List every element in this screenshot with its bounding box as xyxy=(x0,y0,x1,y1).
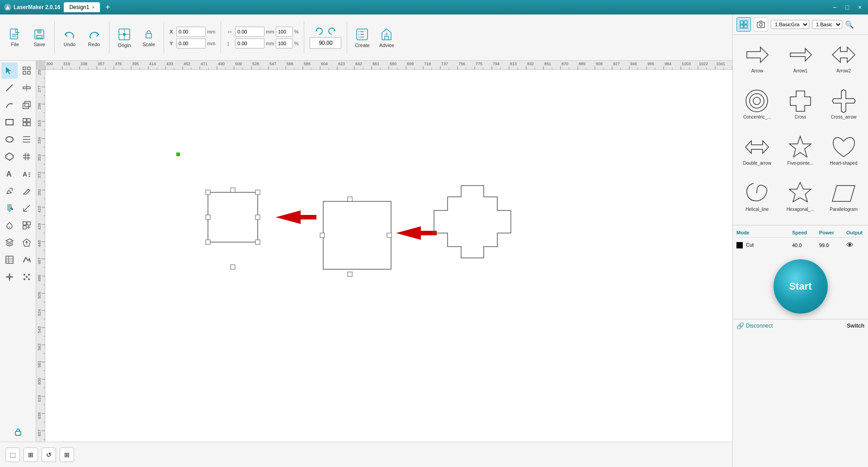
shape-item-cross[interactable]: Cross xyxy=(780,85,821,129)
measure-tool[interactable] xyxy=(19,200,35,216)
shape-item-double-arrow[interactable]: Double_arrow xyxy=(736,131,778,175)
handle2-ml[interactable] xyxy=(320,233,325,238)
status-select-tool[interactable]: ⬚ xyxy=(5,448,20,462)
shape-item-helical[interactable]: Helical_line xyxy=(736,177,778,221)
handle-tr[interactable] xyxy=(255,190,260,195)
handle-mr[interactable] xyxy=(255,215,260,219)
create-button[interactable]: Create xyxy=(351,25,373,50)
svg-rect-56 xyxy=(23,226,26,229)
edit-tool[interactable] xyxy=(19,183,35,199)
switch-button[interactable]: Switch xyxy=(847,323,864,329)
width-input[interactable] xyxy=(235,27,264,37)
undo-button[interactable]: Undo xyxy=(58,26,81,49)
svg-rect-74 xyxy=(744,21,747,24)
height-pct-input[interactable] xyxy=(276,38,293,48)
ellipse-tool[interactable] xyxy=(1,131,18,148)
handle-bl[interactable] xyxy=(206,240,210,244)
minimize-button[interactable]: − xyxy=(830,4,839,11)
status-refresh-tool[interactable]: ↺ xyxy=(42,448,56,462)
text-tool[interactable]: A xyxy=(1,166,18,182)
scatter-tool[interactable] xyxy=(19,269,35,285)
handle-bc[interactable] xyxy=(231,265,235,269)
layer-tool[interactable] xyxy=(1,234,18,251)
polygon-tool[interactable] xyxy=(1,148,18,165)
advice-label: Advice xyxy=(379,43,394,48)
shape-preview-double-arrow xyxy=(744,133,771,161)
drawing-canvas[interactable] xyxy=(45,70,732,442)
path-tool[interactable] xyxy=(19,252,35,268)
handle-tc[interactable] xyxy=(231,188,235,192)
frame-tool[interactable] xyxy=(19,217,35,234)
rotate-ccw-icon[interactable] xyxy=(314,26,324,36)
laser-output-icon[interactable]: 👁 xyxy=(846,241,864,249)
switch-label: Switch xyxy=(847,323,864,329)
panel-dropdown-1[interactable]: 1.BasicGra xyxy=(771,20,809,29)
handle-br[interactable] xyxy=(255,240,260,244)
width-icon: ↔ xyxy=(226,28,234,35)
maximize-button[interactable]: □ xyxy=(843,4,852,11)
new-tab-button[interactable]: + xyxy=(105,3,110,12)
handle2-bc[interactable] xyxy=(348,272,352,276)
rotate-cw-icon[interactable] xyxy=(327,26,337,36)
svg-marker-80 xyxy=(790,48,811,61)
copy-tool[interactable] xyxy=(19,97,35,113)
shape-item-heart[interactable]: Heart-shaped xyxy=(823,131,864,175)
y-input[interactable] xyxy=(176,38,206,48)
separator-3 xyxy=(164,22,164,53)
grid2-tool[interactable] xyxy=(19,148,35,165)
shape-item-five-star[interactable]: Five-pointe... xyxy=(780,131,821,175)
panel-dropdown-2[interactable]: 1.Basic xyxy=(812,20,842,29)
fill-tool[interactable] xyxy=(1,200,18,216)
canvas-content[interactable] xyxy=(45,70,732,442)
shape-item-arrow1[interactable]: Arrow1 xyxy=(780,38,821,83)
rect-tool[interactable] xyxy=(1,114,18,130)
shape-item-arrow2[interactable]: Arrow2 xyxy=(823,38,864,83)
shape-item-arrow[interactable]: Arrow xyxy=(736,38,778,83)
height-input[interactable] xyxy=(235,38,264,48)
table-tool[interactable] xyxy=(1,252,18,268)
handle-tl[interactable] xyxy=(206,190,210,195)
handle2-mr[interactable] xyxy=(387,233,392,238)
svg-rect-35 xyxy=(27,123,30,126)
handle2-tc[interactable] xyxy=(348,197,352,201)
width-pct-input[interactable] xyxy=(276,27,293,37)
grid-tool[interactable] xyxy=(19,114,35,130)
close-button[interactable]: × xyxy=(855,4,864,11)
rotate-input[interactable] xyxy=(310,37,341,49)
panel-camera-icon[interactable] xyxy=(754,17,768,32)
scale-button[interactable]: Scale xyxy=(137,26,160,49)
panel-grid-icon[interactable] xyxy=(736,17,751,32)
panel-search-icon[interactable]: 🔍 xyxy=(845,20,854,29)
start-button[interactable]: Start xyxy=(774,259,828,314)
pen-tool[interactable] xyxy=(1,183,18,199)
color-tool[interactable] xyxy=(1,217,18,234)
advice-button[interactable]: Advice xyxy=(375,25,398,50)
redo-button[interactable]: Redo xyxy=(83,26,105,49)
node-tool[interactable] xyxy=(19,62,35,79)
save-button[interactable]: Save xyxy=(28,26,51,49)
tab-close-icon[interactable]: × xyxy=(92,5,94,10)
x-input[interactable] xyxy=(176,27,206,37)
line-tool[interactable] xyxy=(1,80,18,96)
canvas-area[interactable] xyxy=(36,61,732,442)
svg-rect-1 xyxy=(10,29,18,39)
select-tool[interactable] xyxy=(1,62,18,79)
origin-button[interactable]: Origin xyxy=(113,25,136,50)
align-tool[interactable] xyxy=(19,80,35,96)
shape-item-parallelogram[interactable]: Parallelogram xyxy=(823,177,864,221)
active-tab[interactable]: Design1 × xyxy=(64,2,100,12)
shape-item-hex-star[interactable]: Hexagonal_... xyxy=(780,177,821,221)
file-button[interactable]: File xyxy=(4,26,26,49)
disconnect-button[interactable]: 🔗 Disconnect xyxy=(736,322,773,329)
handle-ml[interactable] xyxy=(206,215,210,219)
sparkle-tool[interactable] xyxy=(1,269,18,285)
shape-item-concentric[interactable]: Concentric_... xyxy=(736,85,778,129)
lock-icon[interactable] xyxy=(10,424,26,440)
status-table-tool[interactable]: ⊞ xyxy=(60,448,74,462)
place-tool[interactable] xyxy=(19,234,35,251)
status-grid-tool[interactable]: ⊞ xyxy=(24,448,38,462)
curve-tool[interactable] xyxy=(1,97,18,113)
distribute-tool[interactable] xyxy=(19,131,35,148)
shape-item-cross-arrow[interactable]: Cross_arrow xyxy=(823,85,864,129)
text2-tool[interactable]: A xyxy=(19,166,35,182)
